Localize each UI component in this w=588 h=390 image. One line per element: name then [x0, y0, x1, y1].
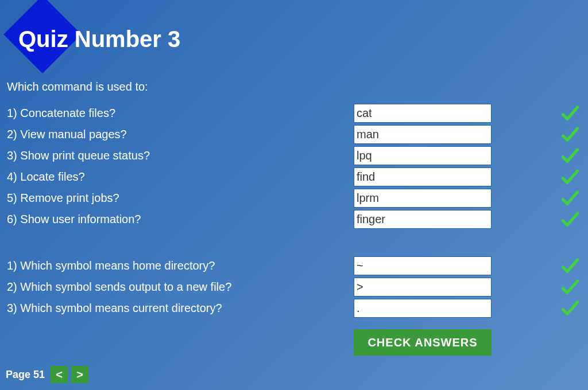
- page-title: Quiz Number 3: [18, 26, 180, 52]
- question-row: 1) Concatenate files?: [6, 103, 582, 124]
- footer-nav: Page 51 < >: [6, 366, 88, 383]
- check-answers-button[interactable]: CHECK ANSWERS: [354, 329, 492, 356]
- question-row: 2) Which symbol sends output to a new fi…: [6, 276, 582, 298]
- question-row: 3) Which symbol means current directory?: [6, 298, 582, 319]
- correct-mark: [492, 104, 582, 123]
- answer-input[interactable]: [354, 210, 492, 229]
- question-row: 3) Show print queue status?: [6, 145, 582, 166]
- checkmark-icon: [560, 210, 580, 229]
- quiz-content: Which command is used to: 1) Concatenate…: [6, 80, 582, 356]
- question-label: 2) View manual pages?: [6, 128, 354, 141]
- question-label: 2) Which symbol sends output to a new fi…: [6, 280, 354, 294]
- correct-mark: [492, 167, 582, 187]
- checkmark-icon: [560, 167, 580, 187]
- checkmark-icon: [560, 104, 580, 123]
- answer-input[interactable]: [354, 104, 492, 123]
- checkmark-icon: [560, 256, 580, 276]
- question-label: 1) Concatenate files?: [6, 107, 354, 120]
- prev-page-button[interactable]: <: [51, 366, 68, 383]
- question-label: 3) Which symbol means current directory?: [6, 302, 354, 315]
- page-number-label: Page 51: [6, 369, 45, 381]
- checkmark-icon: [560, 299, 580, 318]
- question-label: 6) Show user information?: [6, 213, 354, 226]
- question-row: 1) Which symbol means home directory?: [6, 255, 582, 276]
- correct-mark: [492, 299, 582, 318]
- checkmark-icon: [560, 146, 580, 166]
- question-row: 5) Remove print jobs?: [6, 188, 582, 209]
- correct-mark: [492, 189, 582, 208]
- answer-input[interactable]: [354, 278, 492, 297]
- answer-input[interactable]: [354, 189, 492, 208]
- question-row: 6) Show user information?: [6, 209, 582, 230]
- answer-input[interactable]: [354, 146, 492, 165]
- answer-input[interactable]: [354, 299, 492, 318]
- answer-input[interactable]: [354, 256, 492, 275]
- answer-input[interactable]: [354, 167, 492, 186]
- section1-prompt: Which command is used to:: [6, 80, 582, 93]
- answer-input[interactable]: [354, 125, 492, 144]
- question-label: 4) Locate files?: [6, 170, 354, 184]
- correct-mark: [492, 210, 582, 229]
- checkmark-icon: [560, 189, 580, 208]
- correct-mark: [492, 256, 582, 276]
- correct-mark: [492, 146, 582, 166]
- correct-mark: [492, 125, 582, 145]
- question-label: 5) Remove print jobs?: [6, 192, 354, 205]
- correct-mark: [492, 278, 582, 297]
- checkmark-icon: [560, 125, 580, 145]
- question-row: 2) View manual pages?: [6, 124, 582, 145]
- next-page-button[interactable]: >: [71, 366, 88, 383]
- question-label: 1) Which symbol means home directory?: [6, 259, 354, 272]
- question-label: 3) Show print queue status?: [6, 149, 354, 162]
- checkmark-icon: [560, 278, 580, 297]
- question-row: 4) Locate files?: [6, 166, 582, 188]
